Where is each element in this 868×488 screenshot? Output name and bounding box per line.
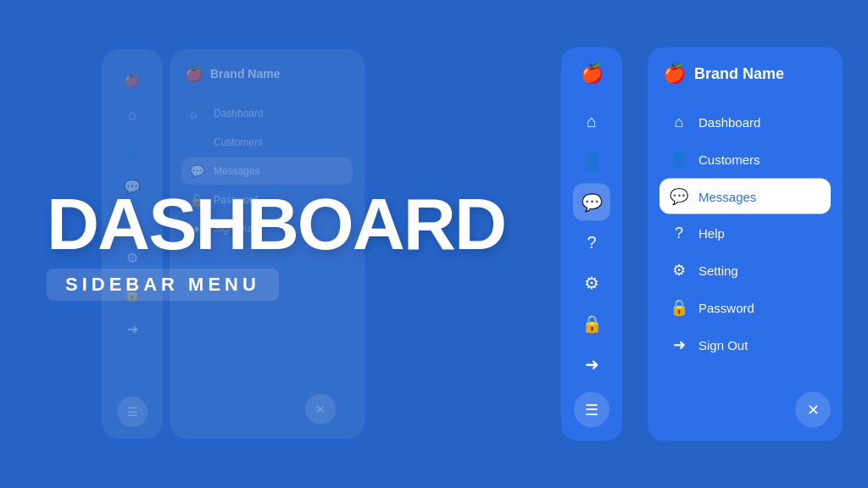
collapsed-help-icon[interactable]: ? <box>573 224 610 261</box>
close-icon: ✕ <box>807 401 820 419</box>
collapsed-dashboard-icon[interactable]: ⌂ <box>573 103 610 141</box>
hero-section: DASHBOARD SIDEBAR MENU <box>47 187 462 301</box>
setting-label: Setting <box>698 263 738 277</box>
dashboard-label: Dashboard <box>698 115 760 130</box>
messages-icon: 💬 <box>670 187 688 206</box>
ghost-header: 🍎 Brand Name <box>181 64 353 83</box>
password-icon: 🔒 <box>670 298 688 317</box>
nav-item-help[interactable]: ? Help <box>659 216 831 251</box>
ghost-hamburger: ☰ <box>117 396 147 427</box>
ghost-customers-label: Customers <box>214 136 263 148</box>
ghost-brand-icon: 🍎 <box>117 64 147 95</box>
collapsed-password-icon[interactable]: 🔒 <box>573 305 610 342</box>
setting-icon: ⚙ <box>670 261 688 280</box>
messages-label: Messages <box>698 189 756 203</box>
hamburger-button[interactable]: ☰ <box>574 392 609 428</box>
close-button[interactable]: ✕ <box>795 392 831 428</box>
customers-label: Customers <box>698 152 760 166</box>
ghost-customers-nav-icon: 👤 <box>190 136 205 149</box>
help-icon: ? <box>670 225 688 242</box>
nav-item-signout[interactable]: ➜ Sign Out <box>659 327 831 363</box>
ghost-messages-label: Messages <box>214 165 260 177</box>
sidebar-collapsed: 🍎 ⌂ 👤 💬 ? ⚙ 🔒 ➜ ☰ <box>561 47 622 441</box>
ghost-dashboard-nav-icon: ⌂ <box>190 107 205 120</box>
customers-icon: 👤 <box>670 150 688 169</box>
collapsed-brand-icon: 🍎 <box>581 63 604 85</box>
ghost-brand-name: Brand Name <box>210 67 280 80</box>
ghost-nav-customers: 👤 Customers <box>181 129 353 156</box>
brand-name: Brand Name <box>694 64 784 82</box>
hero-title: DASHBOARD <box>47 187 462 260</box>
hero-subtitle-wrap: SIDEBAR MENU <box>47 269 279 301</box>
ghost-close-btn: ✕ <box>305 394 336 424</box>
ghost-dashboard-icon: ⌂ <box>117 100 147 130</box>
dashboard-icon: ⌂ <box>670 114 688 131</box>
nav-item-dashboard[interactable]: ⌂ Dashboard <box>659 105 831 140</box>
sidebar-expanded: 🍎 Brand Name ⌂ Dashboard 👤 Customers 💬 M… <box>648 47 843 441</box>
nav-item-password[interactable]: 🔒 Password <box>659 290 831 325</box>
collapsed-messages-icon[interactable]: 💬 <box>573 184 610 221</box>
ghost-customers-icon: 👤 <box>117 136 147 166</box>
nav-item-setting[interactable]: ⚙ Setting <box>659 252 831 288</box>
ghost-brand-icon-mid: 🍎 <box>185 64 203 83</box>
signout-icon: ➜ <box>670 336 688 354</box>
password-label: Password <box>698 300 754 314</box>
ghost-messages-nav-icon: 💬 <box>190 164 205 178</box>
ghost-signout-icon: ➜ <box>117 313 147 344</box>
collapsed-customers-icon[interactable]: 👤 <box>573 143 610 180</box>
collapsed-setting-icon[interactable]: ⚙ <box>573 264 610 302</box>
collapsed-signout-icon[interactable]: ➜ <box>573 345 610 382</box>
signout-label: Sign Out <box>698 337 748 352</box>
brand-icon: 🍎 <box>663 63 686 85</box>
help-label: Help <box>698 226 725 241</box>
ghost-dashboard-label: Dashboard <box>214 108 264 119</box>
nav-item-customers[interactable]: 👤 Customers <box>659 141 831 177</box>
nav-item-messages[interactable]: 💬 Messages <box>659 179 831 214</box>
ghost-nav-messages: 💬 Messages <box>181 158 353 185</box>
hero-subtitle: SIDEBAR MENU <box>65 274 260 296</box>
sidebar-header: 🍎 Brand Name <box>659 63 831 85</box>
hamburger-icon: ☰ <box>585 401 598 419</box>
ghost-nav-dashboard: ⌂ Dashboard <box>181 100 353 127</box>
